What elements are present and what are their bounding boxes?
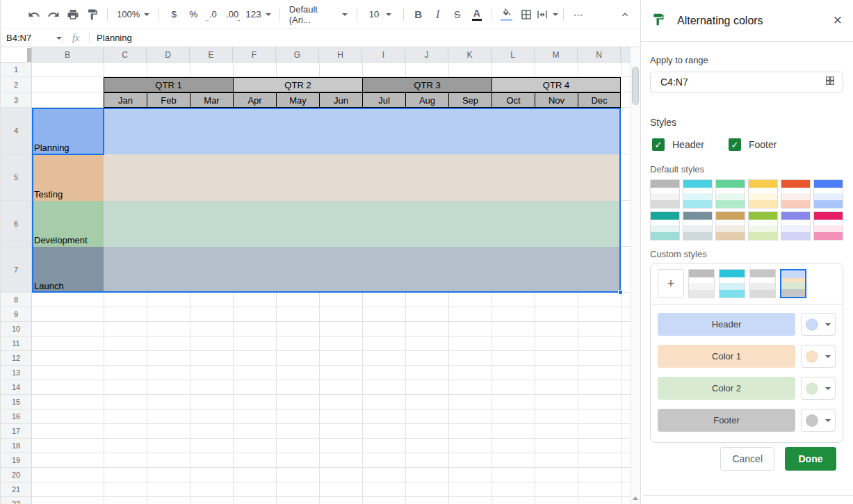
cancel-button[interactable]: Cancel [720, 447, 774, 471]
strikethrough-button[interactable]: S [448, 5, 467, 24]
select-range-icon[interactable] [824, 75, 836, 89]
default-style-swatch-yellow[interactable] [748, 179, 778, 209]
color2-color-button[interactable]: Color 2 [658, 377, 795, 400]
month-cell[interactable]: Dec [578, 92, 621, 108]
column-header-D[interactable]: D [147, 47, 190, 63]
column-header-K[interactable]: K [448, 47, 492, 63]
row-header[interactable]: 13 [1, 366, 32, 380]
empty-row-cells[interactable] [32, 307, 630, 322]
column-header-H[interactable]: H [319, 47, 362, 63]
column-header-N[interactable]: N [578, 47, 621, 63]
scrollbar-arrow-icon[interactable] [633, 496, 638, 500]
default-style-swatch-slate[interactable] [683, 211, 713, 241]
row-band-header[interactable] [104, 108, 621, 154]
column-header-I[interactable]: I [362, 47, 405, 63]
color1-color-picker[interactable] [801, 345, 836, 368]
empty-row-cells[interactable] [32, 366, 630, 380]
paint-format-button[interactable] [83, 5, 102, 24]
undo-button[interactable] [24, 5, 44, 24]
cell-qtr1[interactable]: QTR 1 [104, 77, 233, 92]
footer-checkbox[interactable]: ✓ [729, 138, 741, 151]
fill-handle[interactable] [618, 290, 623, 295]
row-header[interactable]: 7 [1, 247, 32, 293]
decrease-decimal-button[interactable]: .0 ← [203, 5, 222, 24]
default-style-swatch-magenta[interactable] [813, 211, 843, 241]
row-header[interactable]: 15 [1, 395, 32, 409]
empty-row-cells[interactable] [32, 424, 630, 439]
row-header[interactable]: 4 [1, 108, 32, 154]
add-style-button[interactable]: + [658, 269, 684, 298]
month-cell[interactable]: Nov [535, 92, 578, 108]
format-percent-button[interactable]: % [184, 5, 203, 24]
month-cell[interactable]: Apr [233, 92, 276, 108]
month-cell[interactable]: Oct [492, 92, 535, 108]
stub-cell[interactable] [621, 247, 630, 293]
empty-row-cells[interactable] [32, 336, 630, 351]
month-cell[interactable]: Sep [448, 92, 492, 108]
default-style-swatch-teal[interactable] [650, 211, 680, 241]
scrollbar-thumb[interactable] [632, 67, 639, 105]
column-header-L[interactable]: L [492, 47, 535, 63]
empty-row-cells[interactable] [32, 453, 630, 468]
bold-button[interactable]: B [409, 5, 428, 24]
more-formats-button[interactable]: 123 [242, 5, 275, 24]
row-band-footer[interactable] [104, 247, 621, 293]
header-color-picker[interactable] [801, 313, 836, 336]
color1-color-button[interactable]: Color 1 [658, 345, 795, 368]
column-header-J[interactable]: J [405, 47, 448, 63]
row-header[interactable]: 12 [1, 351, 32, 366]
vertical-scrollbar[interactable] [630, 47, 640, 504]
empty-row-cells[interactable] [32, 322, 630, 336]
month-cell[interactable]: Aug [405, 92, 448, 108]
stub-cell[interactable] [621, 92, 630, 108]
row-header[interactable]: 16 [1, 409, 32, 424]
formula-input[interactable]: Planning [90, 33, 132, 43]
column-header-M[interactable]: M [535, 47, 578, 63]
row-header[interactable]: 10 [1, 322, 32, 336]
row-header[interactable]: 3 [1, 92, 32, 108]
row-header[interactable]: 9 [1, 307, 32, 322]
header-color-button[interactable]: Header [658, 313, 795, 336]
custom-style-swatch-3[interactable] [749, 269, 776, 298]
name-box[interactable]: B4:N7 [1, 33, 62, 43]
default-style-swatch-orange[interactable] [781, 179, 811, 209]
default-style-swatch-gray[interactable] [650, 179, 680, 209]
close-icon[interactable]: ✕ [833, 13, 843, 28]
cell-qtr3[interactable]: QTR 3 [362, 77, 492, 92]
collapse-toolbar-button[interactable] [615, 5, 635, 24]
increase-decimal-button[interactable]: .00 → [222, 5, 242, 24]
color2-color-picker[interactable] [801, 377, 836, 400]
redo-button[interactable] [44, 5, 63, 24]
stub-cell[interactable] [621, 154, 630, 201]
empty-row-cells[interactable] [32, 497, 630, 504]
month-cell[interactable]: May [276, 92, 319, 108]
header-checkbox-label[interactable]: Header [672, 139, 704, 150]
empty-row-cells[interactable] [32, 395, 630, 409]
row-header[interactable]: 22 [1, 497, 32, 504]
text-color-button[interactable]: A [467, 5, 487, 24]
empty-row-cells[interactable] [32, 63, 630, 77]
month-cell[interactable]: Jul [362, 92, 405, 108]
custom-style-swatch-current[interactable] [780, 269, 806, 298]
cell-B4[interactable]: Planning [32, 108, 104, 154]
default-style-swatch-green[interactable] [715, 179, 745, 209]
more-toolbar-button[interactable]: ⋯ [569, 5, 588, 24]
row-band-color1[interactable] [104, 154, 621, 201]
done-button[interactable]: Done [785, 447, 836, 471]
empty-row-cells[interactable] [32, 439, 630, 453]
cell-B3[interactable] [32, 92, 104, 108]
row-header[interactable]: 18 [1, 439, 32, 453]
default-style-swatch-tan[interactable] [715, 211, 745, 241]
row-header[interactable]: 1 [1, 63, 32, 77]
empty-row-cells[interactable] [32, 380, 630, 395]
month-cell[interactable]: Feb [147, 92, 190, 108]
row-header[interactable]: 2 [1, 77, 32, 92]
column-header-E[interactable]: E [190, 47, 233, 63]
row-header[interactable]: 6 [1, 201, 32, 247]
month-cell[interactable]: Jun [319, 92, 362, 108]
font-select[interactable]: Default (Ari... [285, 5, 352, 24]
stub-cell[interactable] [621, 108, 630, 154]
default-style-swatch-blue[interactable] [813, 179, 843, 209]
empty-row-cells[interactable] [32, 293, 630, 307]
font-size-select[interactable]: 10 [362, 5, 398, 24]
